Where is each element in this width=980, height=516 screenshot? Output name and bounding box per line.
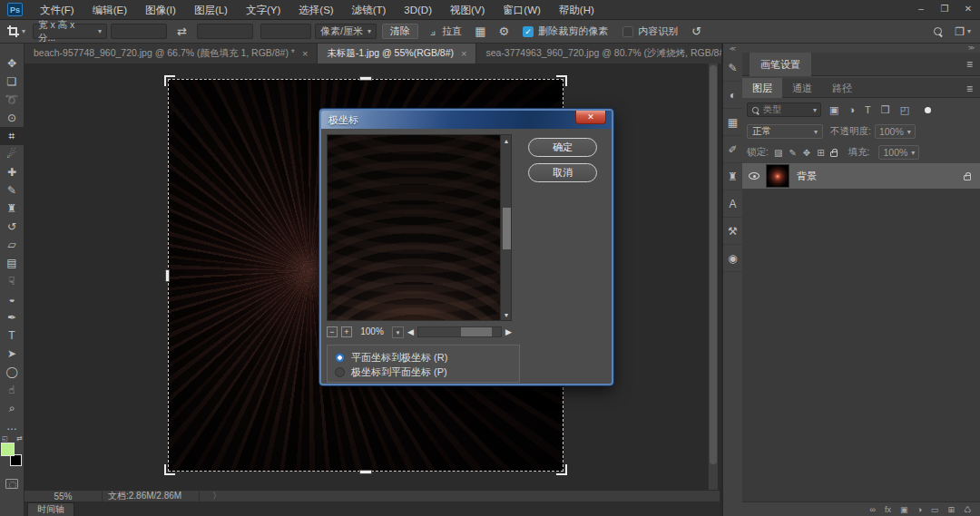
document-tab[interactable]: sea-3774963_960_720.jpg @ 80.7% (沙滩烧烤, R… bbox=[476, 44, 757, 63]
panel-menu-icon[interactable]: ≡ bbox=[966, 58, 973, 71]
fill-field[interactable]: 100% ▾ bbox=[878, 145, 919, 160]
close-tab-icon[interactable]: × bbox=[461, 48, 466, 59]
icon-lock-position[interactable]: ✥ bbox=[803, 148, 810, 158]
scroll-up-icon[interactable]: ▲ bbox=[501, 135, 512, 146]
workspace-switcher[interactable]: ❐ ▾ bbox=[955, 25, 971, 38]
icon-lock-paint[interactable]: ✎ bbox=[789, 148, 796, 158]
crop-handle-top[interactable] bbox=[359, 76, 372, 81]
close-tab-icon[interactable]: × bbox=[302, 48, 308, 59]
panel-icon-creative-cloud[interactable]: ◉ bbox=[722, 245, 743, 272]
tool-dodge[interactable]: ◒ bbox=[0, 290, 24, 308]
tool-eyedropper[interactable]: ☄ bbox=[0, 145, 24, 163]
tool-path-selection[interactable]: ➤ bbox=[0, 345, 24, 363]
preview-scrollbar-thumb[interactable] bbox=[503, 208, 511, 249]
menu-item[interactable]: 帮助(H) bbox=[550, 0, 603, 20]
swap-colors-icon[interactable]: ⇄ bbox=[16, 434, 23, 443]
panel-tab[interactable]: 通道 bbox=[782, 78, 822, 98]
panel-icon-brush-settings[interactable]: ✎ bbox=[722, 54, 743, 82]
menu-item[interactable]: 选择(S) bbox=[289, 0, 342, 20]
tool-history-brush[interactable]: ↺ bbox=[0, 218, 24, 236]
icon-lock-transparency[interactable]: ▨ bbox=[774, 148, 782, 158]
footer-icon-adjustment-layer[interactable]: ◑ bbox=[916, 505, 921, 514]
tool-hand[interactable]: ☝ bbox=[0, 381, 24, 399]
search-icon[interactable] bbox=[934, 27, 942, 35]
document-tab[interactable]: beach-957748_960_720.jpg @ 66.7% (颜色填充 1… bbox=[24, 44, 318, 63]
tool-gradient[interactable]: ▤ bbox=[0, 254, 24, 272]
layer-visibility-toggle[interactable] bbox=[742, 172, 766, 180]
tab-timeline[interactable]: 时间轴 bbox=[27, 502, 74, 516]
scroll-right-icon[interactable]: ▶ bbox=[505, 327, 512, 336]
dialog-title-bar[interactable]: 极坐标 ✕ bbox=[321, 111, 612, 129]
tool-spot-healing[interactable]: ✚ bbox=[0, 163, 24, 181]
crop-width-input[interactable] bbox=[111, 24, 167, 39]
tool-shape[interactable]: ◯ bbox=[0, 363, 24, 381]
radio-unselected-icon[interactable] bbox=[335, 367, 345, 377]
panel-icon-character[interactable]: A bbox=[722, 190, 743, 218]
crop-height-input[interactable] bbox=[197, 24, 253, 39]
crop-handle-bottom-right[interactable] bbox=[556, 464, 567, 475]
resolution-unit-dropdown[interactable]: 像素/厘米 ▾ bbox=[315, 24, 377, 39]
icon-filter-type-layers[interactable]: T bbox=[865, 104, 871, 116]
swap-dimensions-icon[interactable]: ⇄ bbox=[177, 24, 187, 38]
expand-panels-icon[interactable]: ≪ bbox=[730, 44, 736, 54]
layer-row-background[interactable]: 背景 bbox=[742, 163, 980, 189]
tool-eraser[interactable]: ▱ bbox=[0, 236, 24, 254]
crop-resolution-input[interactable] bbox=[260, 24, 311, 39]
crop-handle-top-left[interactable] bbox=[164, 75, 175, 86]
panel-tab[interactable]: 路径 bbox=[822, 78, 862, 98]
lock-all-icon[interactable] bbox=[830, 151, 838, 157]
panel-tab[interactable]: 图层 bbox=[742, 78, 782, 98]
crop-settings-gear-icon[interactable]: ⚙ bbox=[498, 24, 509, 38]
crop-handle-left[interactable] bbox=[165, 269, 170, 282]
opacity-field[interactable]: 100% ▾ bbox=[875, 124, 916, 139]
collapse-panels-icon[interactable]: ≫ bbox=[968, 44, 975, 52]
checkbox-checked-icon[interactable]: ✓ bbox=[523, 26, 534, 37]
tool-lasso[interactable]: ➰ bbox=[0, 91, 24, 109]
tool-clone-stamp[interactable]: ♜ bbox=[0, 200, 24, 218]
tool-pen[interactable]: ✒ bbox=[0, 308, 24, 326]
tool-marquee[interactable]: ❏ bbox=[0, 73, 24, 91]
menu-item[interactable]: 窗口(W) bbox=[494, 0, 550, 20]
icon-filter-shape-layers[interactable]: ❒ bbox=[881, 104, 890, 116]
reset-tool-icon[interactable]: ↺ bbox=[691, 24, 701, 38]
layer-thumbnail[interactable] bbox=[766, 164, 789, 188]
crop-preset-dropdown[interactable]: 宽 x 高 x 分... ▾ bbox=[33, 24, 107, 39]
document-tab[interactable]: 未标题-1.jpg @ 55%(RGB/8#) × bbox=[318, 44, 476, 63]
straighten-icon[interactable]: ⟓ bbox=[430, 24, 436, 39]
default-colors-icon[interactable]: ◱ bbox=[2, 435, 8, 443]
panel-icon-brushes[interactable]: ✐ bbox=[722, 136, 743, 163]
overlay-options-icon[interactable]: ▦ bbox=[475, 24, 485, 38]
layers-menu-icon[interactable]: ≡ bbox=[966, 83, 973, 95]
footer-icon-link-layers[interactable]: ∞ bbox=[869, 505, 875, 514]
zoom-dropdown-icon[interactable]: ▾ bbox=[392, 326, 404, 338]
icon-lock-artboard[interactable]: ⊞ bbox=[817, 148, 824, 158]
icon-filter-pixel-layers[interactable]: ▣ bbox=[829, 104, 838, 116]
radio-selected-icon[interactable] bbox=[335, 353, 345, 363]
preview-h-scrollbar-thumb[interactable] bbox=[461, 327, 492, 336]
menu-item[interactable]: 图层(L) bbox=[185, 0, 237, 20]
foreground-color-swatch[interactable] bbox=[1, 443, 15, 456]
menu-item[interactable]: 图像(I) bbox=[136, 0, 185, 20]
menu-item[interactable]: 文件(F) bbox=[31, 0, 83, 20]
zoom-level-field[interactable]: 55% bbox=[24, 492, 102, 501]
radio-rect-to-polar[interactable]: 平面坐标到极坐标 (R) bbox=[335, 350, 512, 365]
crop-handle-top-right[interactable] bbox=[556, 75, 567, 86]
panel-icon-clone-source[interactable]: ♜ bbox=[722, 163, 743, 190]
tool-type[interactable]: T bbox=[0, 326, 24, 345]
menu-item[interactable]: 滤镜(T) bbox=[343, 0, 396, 20]
preview-image[interactable] bbox=[328, 135, 500, 320]
menu-item[interactable]: 文字(Y) bbox=[237, 0, 289, 20]
blend-mode-dropdown[interactable]: 正常 ▾ bbox=[747, 124, 823, 139]
zoom-out-button[interactable]: − bbox=[327, 326, 338, 337]
icon-filter-adjustment-layers[interactable]: ◑ bbox=[848, 104, 855, 116]
status-options-chevron[interactable]: 〉 bbox=[200, 490, 221, 502]
icon-filter-smart-objects[interactable]: ◰ bbox=[900, 104, 909, 116]
panel-icon-swatches[interactable]: ▦ bbox=[722, 109, 743, 136]
tool-edit-toolbar[interactable]: … bbox=[0, 417, 24, 435]
scroll-down-icon[interactable]: ▼ bbox=[501, 309, 512, 320]
tool-crop[interactable]: ⌗ bbox=[0, 127, 24, 145]
scroll-left-icon[interactable]: ◀ bbox=[407, 327, 414, 336]
crop-handle-bottom[interactable] bbox=[359, 470, 372, 474]
current-tool-button[interactable]: ▾ bbox=[7, 25, 25, 37]
footer-icon-layer-effects[interactable]: fx bbox=[885, 505, 891, 514]
